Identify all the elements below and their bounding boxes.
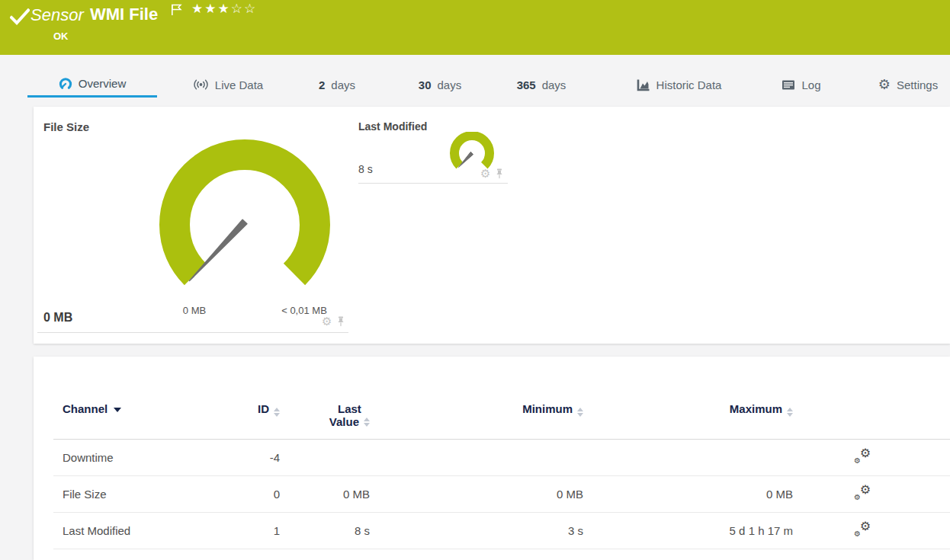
gauge-settings-gear-icon[interactable]: ⚙ — [480, 168, 490, 179]
prtg-sensor-page: Sensor WMI File ★★★☆☆ OK Overview Li — [0, 0, 950, 560]
channel-table: Channel ID Last Value Minimum — [53, 357, 950, 549]
gauge-min-label: 0 MB — [160, 305, 229, 316]
tab-365-days[interactable]: 365 days — [502, 72, 581, 98]
cell-id: 1 — [229, 513, 280, 549]
pin-icon[interactable] — [336, 316, 345, 327]
tab-overview[interactable]: Overview — [27, 72, 157, 98]
tab-settings[interactable]: ⚙ Settings — [870, 72, 946, 98]
channel-settings-gears-icon[interactable]: ⚙⚙ — [854, 486, 871, 500]
gauge-tools: ⚙ — [480, 168, 504, 179]
table-header-row: Channel ID Last Value Minimum — [53, 357, 950, 440]
gauge-icon — [59, 77, 72, 91]
tab-historic-data[interactable]: Historic Data — [624, 72, 734, 98]
sensor-title: WMI File — [90, 5, 158, 24]
sensor-type-label: Sensor — [30, 5, 84, 25]
log-list-icon — [782, 79, 795, 91]
gauges-card: File Size 0 MB < 0,01 MB 0 MB ⚙ Last Mod… — [34, 107, 950, 344]
gauge-current-value: 8 s — [358, 163, 373, 175]
sort-icon — [364, 418, 370, 427]
tab-label: days — [542, 78, 566, 91]
tab-bar: Overview Live Data 2 days 30 days 365 da… — [0, 72, 950, 98]
table-row[interactable]: File Size 0 0 MB 0 MB 0 MB ⚙⚙ — [53, 476, 950, 513]
settings-gear-icon: ⚙ — [878, 78, 891, 91]
cell-last-value: 0 MB — [280, 476, 370, 513]
cell-channel[interactable]: File Size — [53, 476, 229, 513]
column-header-minimum[interactable]: Minimum — [370, 357, 583, 440]
flag-icon[interactable] — [171, 4, 182, 16]
panel-divider — [37, 332, 348, 333]
tab-label: Live Data — [215, 78, 263, 91]
sensor-header: Sensor WMI File ★★★☆☆ OK — [0, 0, 950, 55]
gauge-max-label: < 0,01 MB — [262, 305, 346, 316]
sensor-status-badge: OK — [53, 30, 69, 42]
tab-label: days — [438, 78, 462, 91]
sort-icon — [274, 408, 280, 417]
cell-last-value — [280, 440, 370, 476]
stars-filled: ★★★ — [191, 2, 231, 16]
gauge-title: File Size — [43, 120, 89, 133]
tab-30-days[interactable]: 30 days — [406, 72, 473, 98]
file-size-gauge — [159, 139, 331, 306]
tab-label: Settings — [897, 78, 938, 91]
column-header-id[interactable]: ID — [229, 357, 280, 440]
area-chart-icon — [637, 78, 650, 91]
column-header-channel[interactable]: Channel — [53, 357, 229, 440]
cell-maximum: 0 MB — [583, 476, 793, 513]
channel-table-card: Channel ID Last Value Minimum — [34, 357, 950, 560]
table-row[interactable]: Downtime -4 ⚙⚙ — [53, 440, 950, 476]
tab-log[interactable]: Log — [772, 72, 830, 98]
pin-icon[interactable] — [495, 168, 504, 179]
tab-label: Log — [801, 78, 820, 91]
priority-stars[interactable]: ★★★☆☆ — [191, 1, 257, 17]
cell-minimum: 3 s — [370, 513, 583, 549]
tab-number: 2 — [319, 78, 325, 91]
tab-label: days — [331, 78, 355, 91]
tab-label: Historic Data — [656, 78, 722, 91]
panel-divider — [358, 183, 508, 184]
cell-id: -4 — [229, 440, 280, 476]
channel-settings-gears-icon[interactable]: ⚙⚙ — [854, 523, 871, 536]
tab-number: 30 — [419, 78, 432, 91]
tab-2-days[interactable]: 2 days — [307, 72, 367, 98]
sort-caret-down-icon — [114, 408, 121, 412]
sort-icon — [577, 408, 583, 417]
gauge-settings-gear-icon[interactable]: ⚙ — [322, 315, 332, 327]
sort-icon — [787, 408, 793, 417]
cell-channel[interactable]: Downtime — [53, 440, 229, 476]
gauge-current-value: 0 MB — [43, 311, 72, 325]
live-broadcast-icon — [193, 78, 209, 91]
table-row[interactable]: Last Modified 1 8 s 3 s 5 d 1 h 17 m ⚙⚙ — [53, 513, 950, 549]
channel-settings-gears-icon[interactable]: ⚙⚙ — [854, 450, 871, 463]
stars-empty: ☆☆ — [231, 2, 257, 16]
gauge-tools: ⚙ — [322, 315, 345, 327]
cell-minimum: 0 MB — [370, 476, 583, 513]
tab-label: Overview — [79, 77, 127, 90]
column-header-maximum[interactable]: Maximum — [583, 357, 793, 440]
tab-live-data[interactable]: Live Data — [181, 72, 274, 98]
cell-minimum — [370, 440, 583, 476]
status-ok-check-icon — [10, 8, 30, 25]
column-header-last-value[interactable]: Last Value — [280, 357, 370, 440]
tab-number: 365 — [517, 78, 536, 91]
cell-maximum — [583, 440, 793, 476]
cell-id: 0 — [229, 476, 280, 513]
cell-last-value: 8 s — [280, 513, 370, 549]
gauge-title: Last Modified — [358, 120, 427, 133]
cell-maximum: 5 d 1 h 17 m — [583, 513, 793, 549]
cell-channel[interactable]: Last Modified — [53, 513, 229, 549]
